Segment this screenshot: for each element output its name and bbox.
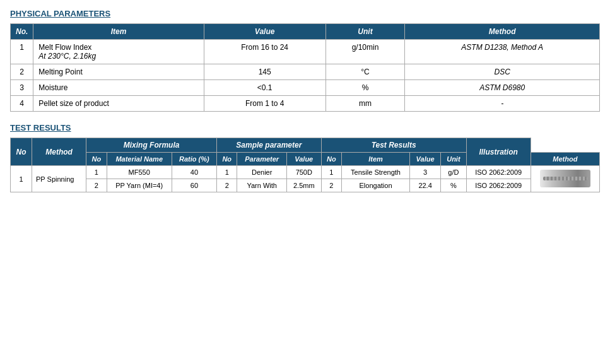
tr-subheader-mf-ratio: Ratio (%) (172, 153, 216, 166)
tr-mf-no: 1 (86, 166, 107, 179)
table-row: 2PP Yarn (MI=4)602Yarn With2.5mm2Elongat… (11, 179, 600, 192)
test-results-title: TEST RESULTS (10, 123, 600, 132)
phys-item-sub: At 230°C, 2.16kg (38, 52, 198, 61)
tr-tr-no: 2 (321, 179, 341, 192)
phys-col-item: Item (33, 24, 204, 40)
tr-sp-parameter: Denier (237, 166, 286, 179)
tr-subheader-mf-no: No (86, 153, 107, 166)
phys-no: 4 (11, 96, 33, 112)
table-row: 1 Melt Flow Index At 230°C, 2.16kg From … (11, 40, 600, 64)
tr-header-testresults: Test Results (321, 138, 466, 153)
table-row: 4 Pellet size of product From 1 to 4 mm … (11, 96, 600, 112)
section-physical-parameters: PHYSICAL PARAMETERS No. Item Value Unit … (10, 9, 600, 112)
tr-sp-no: 2 (217, 179, 237, 192)
table-row: 3 Moisture <0.1 % ASTM D6980 (11, 80, 600, 96)
physical-parameters-title: PHYSICAL PARAMETERS (10, 9, 600, 18)
tr-tr-item: Elongation (342, 179, 410, 192)
phys-col-method: Method (405, 24, 600, 40)
phys-method: - (405, 96, 600, 112)
phys-method: ASTM D1238, Method A (405, 40, 600, 64)
phys-col-no: No. (11, 24, 33, 40)
tr-mf-no: 2 (86, 179, 107, 192)
tr-mf-material: MF550 (107, 166, 172, 179)
tr-tr-unit: g/D (441, 166, 466, 179)
tr-tr-value: 3 (409, 166, 440, 179)
tr-header-sample: Sample parameter (217, 138, 322, 153)
phys-value: <0.1 (204, 80, 326, 96)
tr-mf-ratio: 40 (172, 166, 216, 179)
tr-subheader-tr-no: No (321, 153, 341, 166)
tr-sp-value: 750D (286, 166, 321, 179)
phys-value: 145 (204, 64, 326, 80)
phys-item: Moisture (33, 80, 204, 96)
table-row: 1PP Spinning1MF550401Denier750D1Tensile … (11, 166, 600, 179)
tr-subheader-tr-method: Method (531, 153, 599, 166)
tr-header-no: No (11, 138, 32, 166)
phys-unit: % (326, 80, 405, 96)
physical-parameters-table: No. Item Value Unit Method 1 Melt Flow I… (10, 23, 600, 112)
phys-value: From 1 to 4 (204, 96, 326, 112)
phys-item: Melt Flow Index At 230°C, 2.16kg (33, 40, 204, 64)
tr-illustration (531, 166, 599, 192)
phys-unit: °C (326, 64, 405, 80)
tr-header-method: Method (32, 138, 86, 166)
tr-subheader-tr-item: Item (342, 153, 410, 166)
tr-no: 1 (11, 166, 32, 192)
tr-tr-value: 22.4 (409, 179, 440, 192)
tr-subheader-sp-value: Value (286, 153, 321, 166)
tr-sp-parameter: Yarn With (237, 179, 286, 192)
table-row: 2 Melting Point 145 °C DSC (11, 64, 600, 80)
tr-subheader-tr-unit: Unit (441, 153, 466, 166)
test-results-table: No Method Mixing Formula Sample paramete… (10, 138, 600, 192)
tr-tr-unit: % (441, 179, 466, 192)
tr-tr-item: Tensile Strength (342, 166, 410, 179)
tr-tr-no: 1 (321, 166, 341, 179)
phys-no: 2 (11, 64, 33, 80)
phys-item: Pellet size of product (33, 96, 204, 112)
tr-sp-value: 2.5mm (286, 179, 321, 192)
tr-tr-method: ISO 2062:2009 (466, 166, 531, 179)
tr-subheader-mf-material: Material Name (107, 153, 172, 166)
section-test-results: TEST RESULTS No Method Mixing Formula Sa… (10, 123, 600, 192)
phys-item: Melting Point (33, 64, 204, 80)
tr-header-mixing: Mixing Formula (86, 138, 217, 153)
phys-col-unit: Unit (326, 24, 405, 40)
tr-mf-material: PP Yarn (MI=4) (107, 179, 172, 192)
phys-value: From 16 to 24 (204, 40, 326, 64)
phys-col-value: Value (204, 24, 326, 40)
phys-unit: mm (326, 96, 405, 112)
phys-method: DSC (405, 64, 600, 80)
phys-unit: g/10min (326, 40, 405, 64)
tr-tr-method: ISO 2062:2009 (466, 179, 531, 192)
phys-no: 1 (11, 40, 33, 64)
tr-header-illustration: Illustration (466, 138, 531, 166)
tr-sp-no: 1 (217, 166, 237, 179)
tr-subheader-sp-no: No (217, 153, 237, 166)
tr-mf-ratio: 60 (172, 179, 216, 192)
phys-method: ASTM D6980 (405, 80, 600, 96)
tr-method: PP Spinning (32, 166, 86, 192)
phys-no: 3 (11, 80, 33, 96)
illustration-image (540, 170, 590, 187)
tr-subheader-tr-value: Value (409, 153, 440, 166)
tr-subheader-sp-parameter: Parameter (237, 153, 286, 166)
